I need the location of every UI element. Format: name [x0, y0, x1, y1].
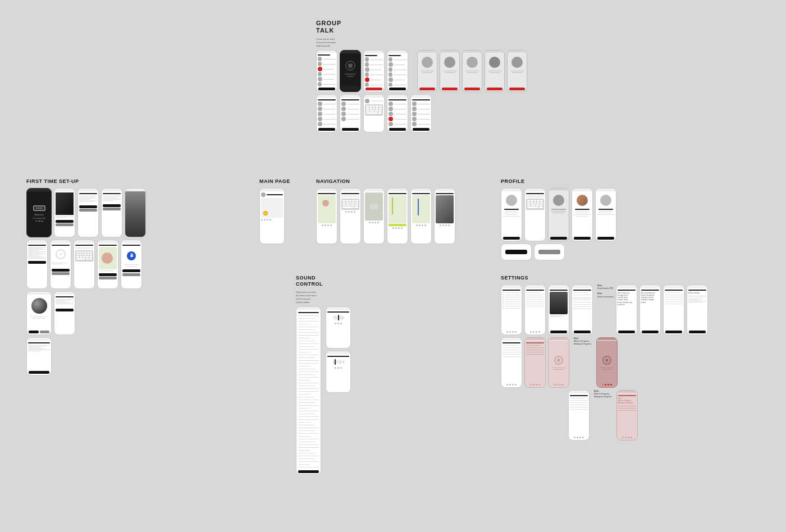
- profile-btn-1: [501, 244, 532, 260]
- fts-phone-1: Welcometo a new eraof riding: [26, 188, 52, 237]
- settings-phone-4: [572, 285, 593, 335]
- fts-phone-9: [97, 240, 118, 289]
- group-talk-phone-13: [387, 94, 408, 132]
- profile-phone-1: [501, 188, 522, 241]
- fts-phone-4: [101, 188, 122, 237]
- nav-phone-4: [387, 188, 408, 244]
- main-canvas: GROUPTALK Lorem ipsum dolor sit amet con…: [0, 0, 786, 532]
- profile-phone-3: [548, 188, 569, 241]
- group-talk-section: GROUPTALK Lorem ipsum dolor sit amet con…: [316, 20, 527, 132]
- group-talk-phone-1: [316, 50, 337, 92]
- fts-phone-2: [54, 188, 75, 237]
- nav-phone-6: [434, 188, 455, 244]
- settings-phone-bottom-1: [568, 390, 590, 441]
- settings-section: SETTINGS: [501, 275, 708, 441]
- nav-phone-5: [410, 188, 432, 244]
- sound-control-label: SOUNDCONTROL: [296, 275, 351, 287]
- group-talk-phone-10: [316, 94, 337, 132]
- first-time-setup-label: FIRST TIME SET-UP: [26, 178, 146, 185]
- settings-phone-pink-1: [524, 337, 546, 388]
- group-talk-phone-14: [410, 94, 432, 132]
- first-time-setup-section: FIRST TIME SET-UP Welcometo a new eraof …: [26, 178, 146, 375]
- navigation-label: NAVIGATION: [316, 178, 455, 185]
- main-page-label: MAIN PAGE: [259, 178, 290, 185]
- fts-phone-3: [77, 188, 99, 237]
- settings-phone-3: [548, 285, 569, 335]
- profile-label: PROFILE: [501, 178, 616, 185]
- group-talk-phone-12: [363, 94, 385, 132]
- profile-phone-2: [524, 188, 546, 241]
- sound-phone-1: [326, 306, 351, 348]
- settings-phone-6: We not contact the device through all se…: [639, 285, 661, 335]
- group-talk-phone-3: [363, 50, 385, 92]
- fts-phone-11: [26, 291, 52, 335]
- settings-label: SETTINGS: [501, 275, 708, 281]
- fts-phone-12: [54, 291, 75, 335]
- fts-phone-10: Ƀ: [121, 240, 142, 289]
- navigation-section: NAVIGATION: [316, 178, 455, 244]
- fts-phone-13: [26, 337, 52, 375]
- settings-phone-darkrose: [596, 337, 618, 388]
- group-talk-phone-11: [340, 94, 361, 132]
- fts-phone-8: [74, 240, 95, 289]
- settings-phone-8: Device settings: [687, 285, 708, 335]
- settings-phone-1: [501, 285, 522, 335]
- profile-phone-5: [595, 188, 616, 241]
- group-talk-phone-8: [485, 50, 505, 92]
- nav-phone-3: [363, 188, 385, 244]
- nav-phone-1: [316, 188, 337, 244]
- profile-phone-4: [572, 188, 593, 241]
- group-talk-phone-9: [507, 50, 527, 92]
- fts-phone-7: ✓: [50, 240, 71, 289]
- settings-phone-7: [663, 285, 684, 335]
- settings-phone-final-pink: Note: Work In Progress, Waiting for Engi…: [616, 390, 638, 441]
- settings-phone-pink-2: [548, 337, 569, 388]
- profile-btn-2: [534, 244, 565, 260]
- group-talk-label: GROUPTALK: [316, 20, 527, 34]
- main-page-section: MAIN PAGE: [259, 178, 290, 244]
- nav-phone-2: [340, 188, 361, 244]
- group-talk-phone-6: [440, 50, 460, 92]
- fts-phone-5: [125, 188, 146, 237]
- sound-phone-2: [326, 351, 351, 393]
- group-talk-phone-7: [462, 50, 482, 92]
- sound-phone-long: Note: States: [296, 306, 321, 475]
- sound-control-section: SOUNDCONTROL Only these one lines that t…: [296, 275, 351, 475]
- settings-phone-9: [501, 337, 522, 388]
- settings-phone-2: [524, 285, 546, 335]
- group-talk-phone-2: [340, 50, 361, 92]
- settings-phone-5: Note: How to go through with a smooth an…: [616, 285, 637, 335]
- main-phone-1: [259, 188, 285, 244]
- group-talk-phone-5: [417, 50, 437, 92]
- profile-section: PROFILE: [501, 178, 616, 260]
- fts-phone-6: [26, 240, 48, 289]
- group-talk-phone-4: [387, 50, 408, 92]
